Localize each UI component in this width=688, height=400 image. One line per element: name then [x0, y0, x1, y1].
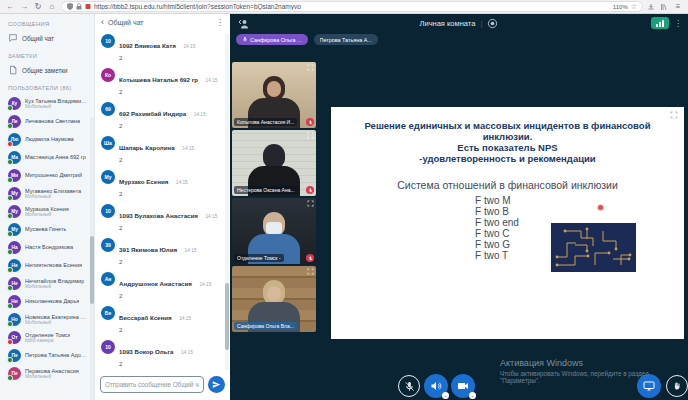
scrollbar-thumb[interactable]	[90, 236, 94, 304]
webcam-tile[interactable]: Отделение Томск -	[232, 198, 316, 264]
message-author: 1093 Бокор Ольга	[119, 348, 174, 355]
menu-icon[interactable]: ≡	[673, 0, 683, 13]
user-list-item[interactable]: От Отделение Томск bbb5-камера	[0, 328, 94, 346]
message-text: 2	[119, 224, 217, 231]
chat-message: Ша Шапарь Каролина 14:15 2	[101, 136, 220, 163]
webcam-tile[interactable]: Санфирова Ольга Вла...	[232, 266, 316, 332]
user-list-item[interactable]: На Настя Бондрикова	[0, 238, 94, 256]
page-zoom-level[interactable]: 110%	[613, 4, 628, 10]
message-author: 1092 Бяикова Катя	[119, 42, 176, 49]
message-author: Котышева Наталья 692 гр	[119, 76, 198, 83]
message-author: 692 Рахимбай Индира	[119, 110, 186, 117]
url-bar[interactable]: https://bbb2.tspu.edu.ru/html5client/joi…	[61, 1, 643, 12]
user-list-item[interactable]: Не Нечитайлов Владимир Мобильный	[0, 274, 94, 292]
fullscreen-icon[interactable]	[307, 132, 314, 139]
scrollbar-thumb[interactable]	[225, 283, 229, 350]
user-list-item[interactable]: Но Новикова Екатерина 1893 Мобильный	[0, 310, 94, 328]
header-divider: |	[480, 19, 482, 28]
status-badge	[7, 195, 13, 201]
circuit-board-image	[551, 223, 636, 272]
share-webcam-button[interactable]: ⌄	[451, 374, 475, 398]
user-list-item[interactable]: Пе Петрова Татьяна Адольфовна	[0, 346, 94, 364]
chat-message-input[interactable]	[100, 376, 204, 393]
reload-icon[interactable]: ↻	[33, 0, 43, 13]
user-name: Отделение Томск	[25, 332, 70, 338]
user-device: Мобильный	[25, 104, 88, 109]
chat-back-icon[interactable]: ‹	[101, 15, 104, 30]
webcam-name-label: Копытова Анастасия И...	[234, 118, 297, 126]
avatar: Ан	[101, 272, 115, 286]
home-icon[interactable]: ⌂	[47, 0, 57, 13]
user-list-item[interactable]: Му Мугаванко Елизавета Мобильный	[0, 184, 94, 202]
user-list-item[interactable]: Пе Перакова Анастасия Мобильный	[0, 364, 94, 382]
user-list-item[interactable]: Не Непиятелкова Есения	[0, 256, 94, 274]
user-list-item[interactable]: Ку Куз Татьяна Владимировна Мобильный	[0, 94, 94, 112]
user-list-item[interactable]: Му Мусаева Гинеть	[0, 220, 94, 238]
webcam-tile[interactable]: Копытова Анастасия И...	[232, 62, 316, 128]
connection-status-icon[interactable]	[651, 17, 669, 29]
user-name: Куз Татьяна Владимировна	[25, 98, 88, 104]
mic-muted-icon	[308, 120, 313, 125]
fullscreen-icon[interactable]	[307, 200, 314, 207]
talking-indicator-chip[interactable]: Санфирова Ольга ...	[236, 34, 308, 45]
library-icon[interactable]	[660, 3, 668, 11]
forward-icon[interactable]: →	[19, 0, 29, 13]
users-section-header: ПОЛЬЗОВАТЕЛИ (86)	[0, 78, 94, 94]
chat-input-bar	[95, 374, 230, 400]
conference-main-area: Личная комната | ⋮ Санфирова Ольга ... П…	[230, 14, 688, 400]
message-time: 14:15	[179, 316, 191, 321]
user-name: Митрошенко Дмитрий	[25, 172, 82, 178]
avatar: 10	[101, 340, 115, 354]
sidebar-item-shared-notes[interactable]: Общие заметки	[0, 62, 94, 78]
chat-scrollbar[interactable]	[225, 34, 229, 370]
download-icon[interactable]	[647, 3, 655, 11]
message-author: 391 Якимова Юлия	[119, 246, 177, 253]
user-list-item[interactable]: Ма Мастяница Анна 692 гр	[0, 148, 94, 166]
chat-message-list: 10 1092 Бяикова Катя 14:15 2 Ко	[95, 31, 230, 374]
note-icon	[8, 65, 18, 75]
talking-indicator-chip[interactable]: Петрова Татьяна А...	[314, 34, 378, 45]
record-indicator-icon[interactable]	[487, 18, 498, 29]
status-badge	[7, 123, 13, 129]
slide-item: F two T	[475, 251, 519, 262]
message-author: 1093 Булахова Анастасия	[119, 212, 198, 219]
options-menu-icon[interactable]: ⋮	[674, 19, 682, 28]
user-list-item[interactable]: Ми Митрошенко Дмитрий	[0, 166, 94, 184]
webcam-column: Копытова Анастасия И... Нестерова Оксана…	[232, 62, 316, 334]
chat-message: Ко Котышева Наталья 692 гр 14:15 2	[101, 68, 220, 95]
user-list-scrollbar[interactable]	[90, 117, 94, 400]
webcam-name-label: Отделение Томск -	[234, 254, 284, 262]
user-name: Новикова Екатерина 1893	[25, 314, 88, 320]
status-badge	[7, 375, 13, 381]
slide-item: F two G	[475, 240, 519, 251]
webcam-options-caret[interactable]: ⌄	[469, 392, 476, 399]
user-list-item[interactable]: Му Мурашка Ксения Мобильный	[0, 202, 94, 220]
audio-options-caret[interactable]: ⌄	[442, 392, 449, 399]
fullscreen-icon[interactable]	[307, 268, 314, 275]
sidebar-item-public-chat[interactable]: Общий чат	[0, 30, 94, 46]
status-badge	[7, 321, 13, 327]
presentation-fullscreen-icon[interactable]	[670, 111, 678, 119]
user-list-item[interactable]: Ни Николаенкова Дарья	[0, 292, 94, 310]
user-name: Мугаванко Елизавета	[25, 188, 81, 194]
user-list-item[interactable]: Лю Людмила Наумова	[0, 130, 94, 148]
mute-microphone-button[interactable]	[398, 375, 420, 397]
fullscreen-icon[interactable]	[307, 64, 314, 71]
webcam-tile[interactable]: Нестерова Оксана Ана...	[232, 130, 316, 196]
slide-item: F two C	[475, 229, 519, 240]
speaker-name: Санфирова Ольга ...	[250, 37, 302, 43]
user-name: Мастяница Анна 692 гр	[25, 154, 86, 160]
bigbluebutton-app: СООБЩЕНИЯ Общий чат ЗАМЕТКИ Общие заметк…	[0, 14, 688, 400]
back-icon[interactable]: ←	[5, 0, 15, 13]
avatar: Ку	[8, 97, 21, 110]
user-name: Настя Бондрикова	[25, 244, 73, 250]
slide-subtitle-2: -удовлетворенность и рекомендации	[331, 154, 684, 165]
chat-options-icon[interactable]: ⋮	[216, 18, 224, 27]
send-message-button[interactable]	[208, 376, 225, 393]
status-badge	[7, 105, 13, 111]
user-list-item[interactable]: Ле Лечжанова Светлана	[0, 112, 94, 130]
bookmark-star-icon[interactable]: ☆	[631, 3, 637, 11]
shield-icon	[67, 3, 73, 10]
avatar: Не	[8, 277, 21, 290]
join-audio-button[interactable]: ⌄	[424, 374, 448, 398]
